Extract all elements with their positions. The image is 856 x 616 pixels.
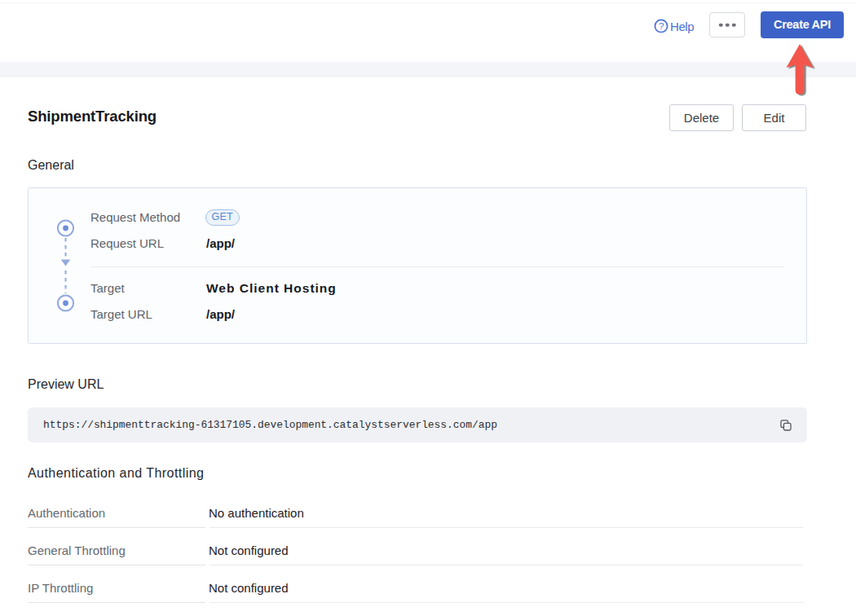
svg-text:?: ?	[659, 21, 664, 31]
